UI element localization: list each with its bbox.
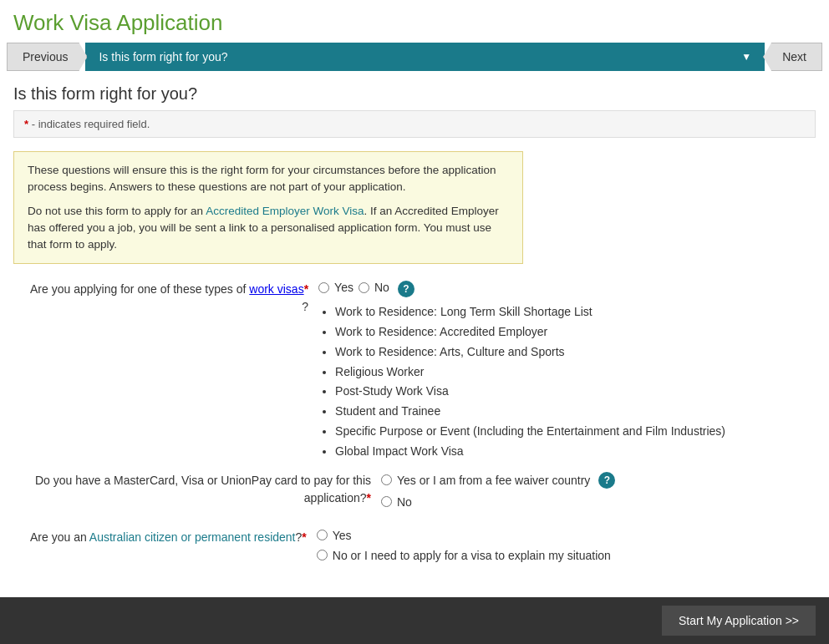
- required-note-text: - indicates required field.: [32, 118, 150, 130]
- q1-label-prefix: Are you applying for one of these types …: [30, 282, 249, 296]
- step-dropdown[interactable]: Is this form right for you? ▼: [85, 43, 765, 71]
- list-item: Work to Residence: Accredited Employer: [335, 322, 725, 342]
- visa-types-list: Work to Residence: Long Term Skill Short…: [318, 302, 725, 461]
- chevron-down-icon: ▼: [741, 51, 751, 63]
- q1-yes-option: Yes: [318, 281, 353, 294]
- q2-no-radio[interactable]: [381, 496, 392, 507]
- q1-label-suffix: ?: [302, 300, 308, 313]
- list-item: Global Impact Work Visa: [335, 442, 725, 462]
- list-item: Religious Worker: [335, 363, 725, 383]
- q1-no-option: No: [359, 281, 389, 294]
- required-note: * - indicates required field.: [13, 110, 816, 138]
- page-header: Work Visa Application: [0, 0, 829, 43]
- q1-yes-label[interactable]: Yes: [334, 281, 353, 294]
- required-star: *: [24, 118, 28, 130]
- question-3-label: Are you an Australian citizen or permane…: [30, 529, 317, 546]
- next-button[interactable]: Next: [763, 43, 822, 71]
- q1-help-icon[interactable]: ?: [398, 281, 414, 297]
- previous-button[interactable]: Previous: [7, 43, 87, 71]
- q3-yes-label[interactable]: Yes: [333, 529, 352, 542]
- info-line2: Do not use this form to apply for an Acc…: [28, 203, 509, 254]
- info-box: These questions will ensure this is the …: [13, 151, 523, 264]
- main-content: Is this form right for you? * - indicate…: [0, 78, 829, 632]
- q2-help-icon[interactable]: ?: [598, 472, 615, 489]
- list-item: Specific Purpose or Event (Including the…: [335, 422, 725, 442]
- q1-yes-radio[interactable]: [318, 282, 329, 293]
- start-application-button[interactable]: Start My Application >>: [662, 606, 816, 636]
- list-item: Work to Residence: Arts, Culture and Spo…: [335, 342, 725, 363]
- questions-area: Are you applying for one of these types …: [13, 281, 816, 565]
- q3-no-label[interactable]: No or I need to apply for a visa to expl…: [333, 549, 611, 562]
- list-item: Student and Trainee: [335, 402, 725, 422]
- q3-yes-option: Yes: [317, 529, 352, 542]
- question-2-label: Do you have a MasterCard, Visa or UnionP…: [30, 472, 381, 507]
- question-3-row: Are you an Australian citizen or permane…: [30, 529, 816, 565]
- footer-bar: Start My Application >>: [0, 597, 829, 644]
- work-visas-link[interactable]: work visas: [249, 282, 303, 296]
- question-3-controls: Yes No or I need to apply for a visa to …: [317, 529, 611, 565]
- q3-no-radio[interactable]: [317, 550, 328, 560]
- question-2-controls: Yes or I am from a fee waiver country ? …: [381, 472, 615, 512]
- q1-no-label[interactable]: No: [374, 281, 389, 294]
- question-2-row: Do you have a MasterCard, Visa or UnionP…: [30, 472, 816, 512]
- section-title: Is this form right for you?: [13, 84, 816, 104]
- accredited-employer-link[interactable]: Accredited Employer Work Visa: [206, 205, 364, 217]
- q2-yes-option: Yes or I am from a fee waiver country ?: [381, 472, 615, 489]
- question-1-row: Are you applying for one of these types …: [30, 281, 816, 461]
- q3-no-option: No or I need to apply for a visa to expl…: [317, 549, 611, 562]
- q3-yes-radio[interactable]: [317, 530, 328, 540]
- question-1-label: Are you applying for one of these types …: [30, 281, 318, 316]
- q2-yes-label[interactable]: Yes or I am from a fee waiver country: [397, 474, 590, 487]
- question-1-controls: Yes No ? Work to Residence: Long Term Sk…: [318, 281, 725, 461]
- q2-no-label[interactable]: No: [397, 495, 412, 509]
- list-item: Post-Study Work Visa: [335, 382, 725, 402]
- q2-no-option: No: [381, 495, 412, 509]
- q2-yes-radio[interactable]: [381, 474, 392, 485]
- q1-yes-no: Yes No ?: [318, 281, 725, 297]
- page-title: Work Visa Application: [13, 10, 816, 36]
- nav-bar: Previous Is this form right for you? ▼ N…: [0, 43, 829, 78]
- info-line1: These questions will ensure this is the …: [28, 162, 509, 196]
- q1-no-radio[interactable]: [359, 282, 369, 293]
- australian-citizen-link[interactable]: Australian citizen or permanent resident: [89, 530, 296, 544]
- list-item: Work to Residence: Long Term Skill Short…: [335, 302, 725, 322]
- step-dropdown-label: Is this form right for you?: [99, 50, 227, 63]
